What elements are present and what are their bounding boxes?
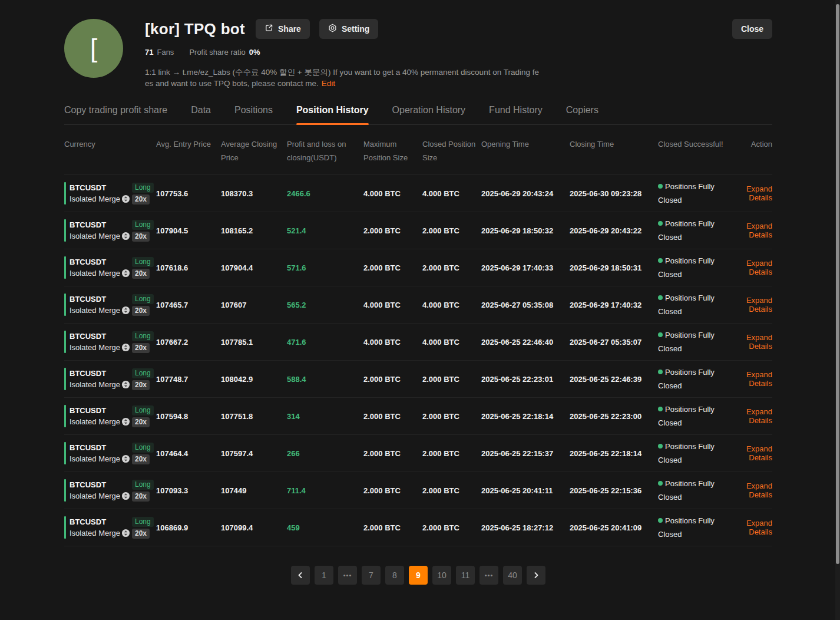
margin-mode-toggle-icon[interactable] [121,343,130,352]
avg-closing-price: 107904.4 [221,263,287,272]
column-header: Avg. Entry Price [156,137,221,164]
avg-closing-price: 108042.9 [221,375,287,384]
expand-details-link[interactable]: Expand Details [746,184,772,202]
tab-fund-history[interactable]: Fund History [489,105,543,124]
page-button-7[interactable]: 7 [362,566,381,585]
expand-details-link[interactable]: Expand Details [746,259,772,276]
closing-time: 2025-06-29 17:40:32 [570,301,658,309]
side-badge: Long [132,257,154,267]
column-header: Action [724,137,772,164]
expand-details-link[interactable]: Expand Details [746,222,772,239]
page-button-1[interactable]: 1 [315,566,333,585]
margin-mode: Isolated Merge [70,342,120,353]
page-ellipsis[interactable]: ••• [479,566,498,585]
page-button-40[interactable]: 40 [503,566,522,585]
share-button[interactable]: Share [256,19,310,39]
edit-bio-link[interactable]: Edit [322,79,335,88]
max-position-size: 2.000 BTC [363,226,422,235]
profit-share-ratio-value: 0% [249,48,260,57]
trader-bio: 1:1 link → t.me/ez_Labs (수수료 40% 할인 + 봇문… [145,67,772,89]
status-cell: Positions Fully Closed [658,217,724,244]
page-title: [kor] TPQ bot [145,20,245,38]
expand-details-link[interactable]: Expand Details [746,296,772,314]
setting-button[interactable]: Setting [319,19,378,39]
scrollbar-track[interactable] [835,0,840,620]
symbol: BTCUSDT [70,331,130,342]
status-dot-icon [658,444,663,448]
expand-details-link[interactable]: Expand Details [746,333,772,351]
tab-positions[interactable]: Positions [234,105,273,124]
expand-details-link[interactable]: Expand Details [746,482,772,499]
tab-copiers[interactable]: Copiers [566,105,598,124]
long-side-bar [64,405,66,427]
long-side-bar [64,516,66,539]
table-row: BTCUSDT Isolated Merge Long [64,435,772,472]
expand-details-link[interactable]: Expand Details [746,444,772,462]
next-page-button[interactable] [527,566,545,585]
margin-mode-toggle-icon[interactable] [121,306,130,315]
avg-entry-price: 107465.7 [156,301,221,309]
bio-line-1: 1:1 link → t.me/ez_Labs (수수료 40% 할인 + 봇문… [145,67,772,78]
chevron-right-icon [533,572,540,579]
table-header-row: CurrencyAvg. Entry PriceAverage Closing … [64,125,772,175]
table-row: BTCUSDT Isolated Merge Long [64,398,772,435]
avg-entry-price: 107753.6 [156,189,221,198]
page-button-11[interactable]: 11 [456,566,475,585]
closing-time: 2025-06-30 09:23:28 [570,189,658,198]
page-ellipsis[interactable]: ••• [338,566,357,585]
long-side-bar [64,182,66,205]
margin-mode-toggle-icon[interactable] [121,454,130,463]
closed-position-size: 2.000 BTC [422,375,481,384]
position-history-page: [ [kor] TPQ bot Share [64,0,772,585]
tab-position-history[interactable]: Position History [296,105,369,124]
column-header: Currency [64,137,156,164]
status-cell: Positions Fully Closed [658,365,724,393]
scrollbar-thumb[interactable] [836,4,839,564]
table-row: BTCUSDT Isolated Merge Long [64,212,772,249]
margin-mode-toggle-icon[interactable] [121,232,130,240]
closing-pnl: 565.2 [287,301,363,309]
pagination: 1•••7891011•••40 [64,566,772,585]
status-text: Positions Fully Closed [658,182,715,205]
fans-count: 71 [145,48,153,57]
margin-mode: Isolated Merge [70,379,120,390]
closed-position-size: 4.000 BTC [422,301,481,309]
close-button[interactable]: Close [732,19,772,39]
expand-details-link[interactable]: Expand Details [746,519,772,536]
tab-data[interactable]: Data [191,105,211,124]
margin-mode-toggle-icon[interactable] [121,417,130,426]
currency-cell: BTCUSDT Isolated Merge Long [64,219,156,242]
currency-cell: BTCUSDT Isolated Merge Long [64,479,156,502]
opening-time: 2025-06-27 05:35:08 [481,301,570,309]
page-button-10[interactable]: 10 [432,566,451,585]
side-badge: Long [132,183,154,193]
margin-mode-toggle-icon[interactable] [121,492,130,500]
page-button-8[interactable]: 8 [385,566,404,585]
table-body: BTCUSDT Isolated Merge Long [64,175,772,546]
symbol: BTCUSDT [70,405,130,416]
margin-mode-toggle-icon[interactable] [121,529,130,537]
currency-cell: BTCUSDT Isolated Merge Long [64,368,156,390]
page-button-current[interactable]: 9 [409,566,428,585]
margin-mode-toggle-icon[interactable] [121,380,130,389]
closing-time: 2025-06-25 22:18:14 [570,449,658,458]
column-header: Opening Time [481,137,570,164]
tab-operation-history[interactable]: Operation History [392,105,466,124]
prev-page-button[interactable] [291,566,310,585]
side-badge: Long [132,480,154,490]
closing-time: 2025-06-29 18:50:31 [570,263,658,272]
margin-mode: Isolated Merge [70,305,120,316]
expand-details-link[interactable]: Expand Details [746,370,772,388]
margin-mode-toggle-icon[interactable] [121,194,130,203]
currency-cell: BTCUSDT Isolated Merge Long [64,442,156,464]
status-cell: Positions Fully Closed [658,291,724,318]
long-side-bar [64,293,66,316]
max-position-size: 2.000 BTC [363,449,422,458]
closed-position-size: 2.000 BTC [422,412,481,421]
margin-mode: Isolated Merge [70,527,120,539]
closed-position-size: 4.000 BTC [422,338,481,347]
margin-mode-toggle-icon[interactable] [121,269,130,278]
expand-details-link[interactable]: Expand Details [746,407,772,425]
tab-copy-trading-profit-share[interactable]: Copy trading profit share [64,105,167,124]
side-badge: Long [132,517,154,527]
